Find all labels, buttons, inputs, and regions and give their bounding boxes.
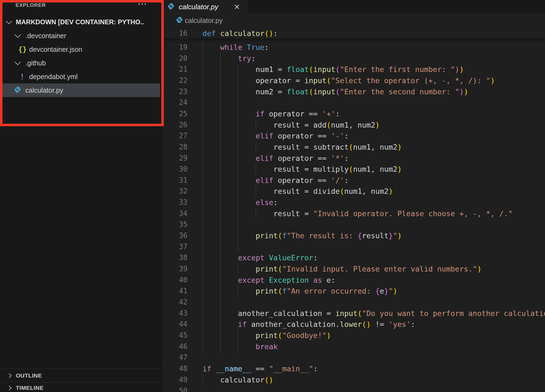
code-token: ( bbox=[278, 231, 282, 240]
code-line-22[interactable]: 22 operator = input("Select the operator… bbox=[162, 75, 545, 86]
code-token: { bbox=[375, 287, 380, 295]
indent-guide bbox=[202, 297, 203, 308]
code-line-39[interactable]: 39 print("Invalid input. Please enter va… bbox=[162, 263, 545, 275]
code-line-35[interactable]: 35 bbox=[162, 219, 545, 230]
code-line-26[interactable]: 26 result = add(num1, num2) bbox=[162, 119, 545, 131]
section-timeline[interactable]: TIMELINE bbox=[0, 382, 162, 392]
code-token: "Invalid operator. Please choose +, -, *… bbox=[313, 209, 513, 218]
code-line-37[interactable]: 37 bbox=[162, 241, 545, 252]
line-number: 44 bbox=[162, 319, 187, 330]
code-token: ) bbox=[326, 331, 331, 340]
code-token: " bbox=[393, 231, 397, 240]
code-line-text: def calculator(): bbox=[202, 28, 278, 39]
code-line-24[interactable]: 24 bbox=[162, 97, 545, 108]
line-number: 32 bbox=[162, 186, 187, 197]
tree-item-markdown-dev-container-pytho...[interactable]: MARKDOWN [DEV CONTAINER: PYTHO... bbox=[2, 15, 160, 29]
code-token: input bbox=[304, 76, 326, 85]
code-line-42[interactable]: 42 bbox=[162, 297, 545, 308]
code-token: ( bbox=[349, 143, 353, 151]
editor-area: calculator.py ✕ calculator.py 1819 while… bbox=[162, 0, 545, 392]
tree-item-label: devcontainer.json bbox=[29, 46, 82, 53]
code-token: ) bbox=[393, 287, 397, 295]
tree-item-dependabot.yml[interactable]: !dependabot.yml bbox=[2, 70, 160, 83]
code-line-text: num1 = float(input("Enter the first numb… bbox=[202, 64, 464, 75]
code-token: : bbox=[273, 29, 278, 38]
code-token: num2 = bbox=[256, 88, 287, 96]
tree-item-label: .devcontainer bbox=[25, 32, 66, 40]
code-line-21[interactable]: 21 num1 = float(input("Enter the first n… bbox=[162, 64, 545, 75]
code-line-46[interactable]: 46 break bbox=[162, 341, 545, 352]
tab-calculator-py[interactable]: calculator.py ✕ bbox=[162, 0, 247, 14]
code-line-40[interactable]: 40 except Exception as e: bbox=[162, 275, 545, 286]
code-token: operator == bbox=[278, 176, 331, 185]
line-number: 21 bbox=[162, 64, 187, 75]
code-line-43[interactable]: 43 another_calculation = input("Do you w… bbox=[162, 308, 545, 319]
line-number: 31 bbox=[162, 175, 187, 186]
breadcrumb: calculator.py bbox=[162, 14, 545, 27]
code-line-25[interactable]: 25 if operator == '+': bbox=[162, 108, 545, 119]
code-line-text: result = add(num1, num2) bbox=[202, 119, 380, 131]
tree-item-devcontainer.json[interactable]: {}devcontainer.json bbox=[2, 43, 160, 56]
code-token: else bbox=[256, 198, 273, 207]
code-line-text: result = multiply(num1, num2) bbox=[202, 164, 402, 175]
tab-label: calculator.py bbox=[179, 3, 218, 11]
more-actions-icon[interactable]: ⋯ bbox=[138, 0, 148, 9]
line-number: 36 bbox=[162, 230, 187, 241]
code-token: ) bbox=[397, 143, 402, 151]
code-token: ( bbox=[309, 65, 313, 74]
section-label: TIMELINE bbox=[16, 385, 44, 391]
code-line-19[interactable]: 19 while True: bbox=[162, 42, 545, 53]
code-line-50[interactable]: 50 bbox=[162, 385, 545, 392]
code-line-41[interactable]: 41 print(f"An error occurred: {e}") bbox=[162, 285, 545, 297]
code-token: break bbox=[256, 342, 278, 351]
code-line-31[interactable]: 31 elif operator == '/': bbox=[162, 175, 545, 186]
code-line-29[interactable]: 29 elif operator == '*': bbox=[162, 153, 545, 164]
code-token: result = multiply bbox=[273, 165, 349, 173]
code-line-23[interactable]: 23 num2 = float(input("Enter the second … bbox=[162, 86, 545, 97]
code-line-32[interactable]: 32 result = divide(num1, num2) bbox=[162, 186, 545, 197]
close-icon[interactable]: ✕ bbox=[234, 3, 240, 11]
code-line-45[interactable]: 45 print("Goodbye!") bbox=[162, 330, 545, 341]
code-token: ( bbox=[349, 165, 353, 173]
sticky-scroll-line[interactable]: 16def calculator(): bbox=[162, 28, 545, 39]
code-token: float bbox=[287, 65, 309, 74]
dependabot-exclamation-icon: ! bbox=[20, 72, 25, 81]
tree-item-calculator.py[interactable]: calculator.py bbox=[2, 83, 160, 97]
code-token: elif bbox=[256, 132, 278, 140]
code-token: elif bbox=[256, 154, 278, 162]
breadcrumb-item[interactable]: calculator.py bbox=[185, 17, 223, 25]
code-line-44[interactable]: 44 if another_calculation.lower() != 'ye… bbox=[162, 319, 545, 330]
tree-item-.devcontainer[interactable]: .devcontainer bbox=[2, 29, 160, 43]
line-number: 20 bbox=[162, 53, 187, 64]
code-line-49[interactable]: 49 calculator() bbox=[162, 374, 545, 385]
code-token: input bbox=[313, 88, 335, 96]
line-number: 35 bbox=[162, 219, 187, 230]
indent-guide bbox=[220, 297, 221, 308]
code-token: : bbox=[251, 54, 256, 63]
code-line-34[interactable]: 34 result = "Invalid operator. Please ch… bbox=[162, 208, 545, 219]
code-line-36[interactable]: 36 print(f"The result is: {result}") bbox=[162, 230, 545, 241]
code-token: operator == bbox=[269, 110, 322, 118]
code-line-20[interactable]: 20 try: bbox=[162, 53, 545, 64]
code-line-47[interactable]: 47 bbox=[162, 352, 545, 363]
code-line-27[interactable]: 27 elif operator == '-': bbox=[162, 130, 545, 141]
code-line-38[interactable]: 38 except ValueError: bbox=[162, 252, 545, 263]
line-number: 43 bbox=[162, 308, 187, 319]
code-line-text: result = divide(num1, num2) bbox=[202, 186, 393, 197]
code-line-48[interactable]: 48if __name__ == "__main__": bbox=[162, 363, 545, 374]
code-line-28[interactable]: 28 result = subtract(num1, num2) bbox=[162, 141, 545, 153]
code-token: () bbox=[265, 376, 274, 384]
code-line-33[interactable]: 33 else: bbox=[162, 197, 545, 208]
section-outline[interactable]: OUTLINE bbox=[0, 369, 162, 382]
code-token: if bbox=[238, 320, 251, 328]
code-token: "Goodbye!" bbox=[282, 331, 327, 340]
indent-guide bbox=[220, 219, 221, 230]
code-line-30[interactable]: 30 result = multiply(num1, num2) bbox=[162, 164, 545, 175]
chevron-down-icon bbox=[15, 32, 21, 38]
code-token: print bbox=[256, 331, 278, 340]
code-token: e bbox=[380, 287, 384, 295]
code-token: f bbox=[282, 231, 287, 240]
code-line-text: else: bbox=[202, 197, 278, 208]
code-line-text: operator = input("Select the operator (+… bbox=[202, 75, 495, 86]
tree-item-.github[interactable]: .github bbox=[2, 56, 160, 70]
